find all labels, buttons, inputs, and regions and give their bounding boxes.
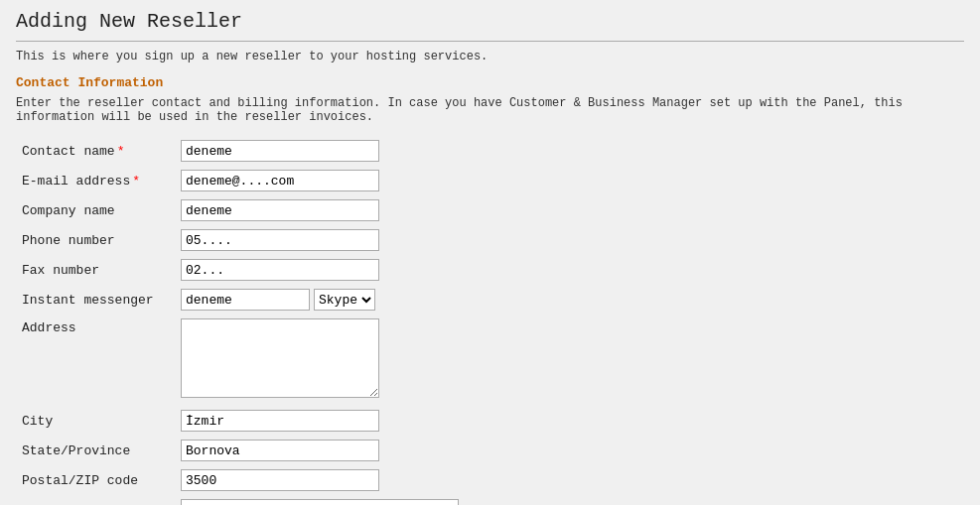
city-input[interactable] <box>181 410 379 432</box>
company-name-input[interactable] <box>181 199 379 221</box>
city-row: City <box>16 406 964 436</box>
phone-row: Phone number <box>16 225 964 255</box>
state-row: State/Province <box>16 436 964 465</box>
postal-row: Postal/ZIP code <box>16 465 964 495</box>
postal-label: Postal/ZIP code <box>16 465 175 495</box>
state-input[interactable] <box>181 440 379 461</box>
page-subtitle: This is where you sign up a new reseller… <box>16 50 964 63</box>
city-label: City <box>16 406 175 436</box>
contact-name-label: Contact name* <box>16 136 175 166</box>
contact-name-input[interactable] <box>181 140 379 162</box>
fax-label: Fax number <box>16 255 175 285</box>
fax-input[interactable] <box>181 259 379 281</box>
messenger-label: Instant messenger <box>16 285 175 315</box>
postal-input[interactable] <box>181 469 379 491</box>
state-label: State/Province <box>16 436 175 465</box>
messenger-input[interactable] <box>181 289 310 311</box>
country-label: Country <box>16 495 175 505</box>
company-name-row: Company name <box>16 195 964 225</box>
country-select[interactable]: Turkey United States United Kingdom Germ… <box>181 499 459 505</box>
address-row: Address <box>16 315 964 406</box>
section-description: Enter the reseller contact and billing i… <box>16 96 964 124</box>
company-name-label: Company name <box>16 195 175 225</box>
messenger-row: Instant messenger Skype ICQ MSN AIM Yaho… <box>16 285 964 315</box>
required-star: * <box>117 144 125 159</box>
country-row: Country Turkey United States United King… <box>16 495 964 505</box>
email-row: E-mail address* <box>16 166 964 195</box>
required-star-email: * <box>132 174 140 189</box>
contact-name-row: Contact name* <box>16 136 964 166</box>
address-label: Address <box>16 315 175 406</box>
contact-form: Contact name* E-mail address* Company na… <box>16 136 964 505</box>
messenger-type-select[interactable]: Skype ICQ MSN AIM Yahoo <box>314 289 375 311</box>
page-title: Adding New Reseller <box>16 10 964 33</box>
phone-label: Phone number <box>16 225 175 255</box>
email-label: E-mail address* <box>16 166 175 195</box>
email-input[interactable] <box>181 170 379 191</box>
section-title: Contact Information <box>16 75 964 90</box>
phone-input[interactable] <box>181 229 379 251</box>
divider <box>16 41 964 42</box>
address-textarea[interactable] <box>181 318 379 398</box>
fax-row: Fax number <box>16 255 964 285</box>
